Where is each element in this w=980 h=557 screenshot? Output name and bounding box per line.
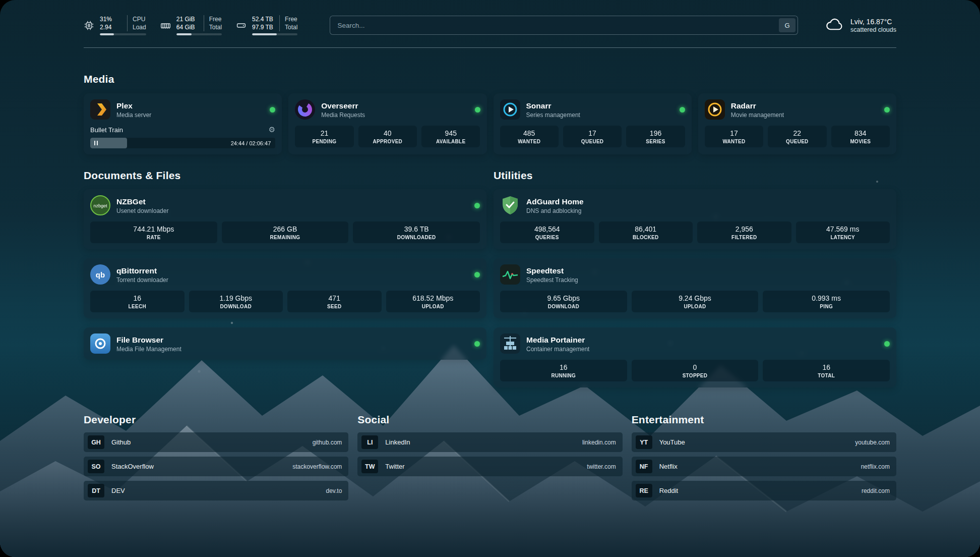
ram-free-label: Free [209,15,222,23]
app-card-radarr[interactable]: Radarr Movie management 17 WANTED 22 QUE… [698,93,896,154]
stat-queries-label: QUERIES [502,235,592,240]
radarr-status-online [884,107,890,113]
adguard-icon [500,195,520,215]
stat-seed-label: SEED [289,304,380,309]
stat-leech-value: 16 [92,294,182,302]
section-entertainment: Entertainment YT YouTube youtube.com NF … [632,414,896,500]
bookmark-abbr: SO [88,460,104,473]
bookmark-reddit[interactable]: RE Reddit reddit.com [632,481,896,500]
stat-downloaded: 39.6 TB DOWNLOADED [353,221,480,243]
bookmark-stackoverflow[interactable]: SO StackOverflow stackoverflow.com [84,457,348,476]
stat-total-label: TOTAL [765,373,888,378]
bookmark-name: Netflix [659,463,678,470]
app-card-overseerr[interactable]: Overseerr Media Requests 21 PENDING 40 A… [288,93,486,154]
qbittorrent-stats: 16 LEECH 1.19 Gbps DOWNLOAD 471 SEED [90,291,480,312]
bookmarks-grid: Developer GH Github github.com SO StackO… [84,414,896,500]
qbittorrent-desc: Torrent downloader [116,276,168,284]
app-card-nzbget[interactable]: nzbget NZBGet Usenet downloader 74 [84,189,486,249]
qbittorrent-titles: qBittorrent Torrent downloader [116,266,168,284]
bookmark-url: twitter.com [587,463,616,470]
section-social: Social LI LinkedIn linkedin.com TW Twitt… [357,414,622,500]
app-card-speedtest[interactable]: Speedtest Speedtest Tracking 9.65 Gbps D… [494,258,896,318]
plex-icon [90,99,110,120]
stat-downloaded-label: DOWNLOADED [355,235,478,240]
cpu-info: 31% 2.94 CPU Load [100,15,146,35]
bookmark-name: YouTube [659,438,685,446]
stat-latency-label: LATENCY [798,235,888,240]
bookmark-github[interactable]: GH Github github.com [84,432,348,452]
bookmark-dev[interactable]: DT DEV dev.to [84,481,348,500]
filebrowser-name: File Browser [116,335,181,345]
bookmark-linkedin[interactable]: LI LinkedIn linkedin.com [357,432,622,452]
stat-movies-value: 834 [833,129,888,137]
bookmark-name: StackOverflow [111,463,154,470]
bookmark-abbr: RE [636,484,652,497]
app-card-qbittorrent[interactable]: qb qBittorrent Torrent downloader [84,258,486,318]
stat-download: 9.65 Gbps DOWNLOAD [500,291,627,312]
app-card-sonarr[interactable]: Sonarr Series management 485 WANTED 17 Q… [494,93,692,154]
radarr-name: Radarr [731,101,784,110]
stat-wanted-value: 485 [502,129,557,137]
stat-upload-label: UPLOAD [634,304,757,309]
stat-leech-label: LEECH [92,304,182,309]
stat-queries-value: 498,564 [502,225,592,233]
app-card-portainer[interactable]: Media Portainer Container management 16 … [494,327,896,387]
plex-now-playing-title: Bullet Train [90,126,123,134]
portainer-status-online [884,341,890,347]
cpu-progress-bar [100,33,146,35]
qbittorrent-icon: qb [90,264,110,285]
nzbget-header: nzbget NZBGet Usenet downloader [90,195,480,215]
stat-stopped-label: STOPPED [634,373,757,378]
bookmark-url: dev.to [326,487,342,494]
bookmark-name: Twitter [385,463,404,470]
overseerr-titles: Overseerr Media Requests [321,101,365,119]
stat-remaining-value: 266 GB [224,225,347,233]
bookmark-youtube[interactable]: YT YouTube youtube.com [632,432,896,452]
stat-available-value: 945 [423,129,478,137]
adguard-desc: DNS and adblocking [526,207,584,214]
search-bar: G [330,16,798,35]
stat-latency: 47.569 ms LATENCY [796,221,890,243]
stat-wanted: 17 WANTED [705,126,763,147]
bookmark-twitter[interactable]: TW Twitter twitter.com [357,457,622,476]
disk-total-label: Total [285,23,297,31]
developer-bookmark-list: GH Github github.com SO StackOverflow st… [84,432,348,500]
search-engine-badge[interactable]: G [779,18,795,32]
disk-widget: 52.4 TB 97.9 TB Free Total [236,15,297,35]
bookmark-netflix[interactable]: NF Netflix netflix.com [632,457,896,476]
overseerr-status-online [475,107,480,113]
overseerr-name: Overseerr [321,101,365,110]
filebrowser-titles: File Browser Media File Management [116,335,181,353]
stat-queued-label: QUEUED [565,139,620,144]
portainer-stats: 16 RUNNING 0 STOPPED 16 TOTAL [500,360,890,381]
playback-progress-bar[interactable]: 24:44 / 02:06:47 [90,138,275,148]
cloud-icon [825,17,844,34]
stat-stopped: 0 STOPPED [632,360,759,381]
filebrowser-status-online [474,341,480,347]
app-card-filebrowser[interactable]: File Browser Media File Management [84,327,486,360]
search-input[interactable] [330,16,798,35]
settings-gear-icon[interactable]: ⚙ [269,125,275,134]
filebrowser-icon [90,333,110,354]
radarr-desc: Movie management [731,112,784,119]
portainer-header: Media Portainer Container management [500,333,890,354]
playback-time: 24:44 / 02:06:47 [231,138,271,148]
nzbget-icon: nzbget [90,195,110,215]
cpu-icon [84,20,94,31]
app-card-plex[interactable]: Plex Media server Bullet Train ⚙ 24:44 /… [84,93,282,154]
developer-section-title: Developer [84,414,348,426]
bookmark-url: reddit.com [862,487,890,494]
ram-total-label: Total [209,23,222,31]
pause-icon[interactable] [94,141,98,145]
stat-pending-value: 21 [297,129,351,137]
cpu-widget: 31% 2.94 CPU Load [84,15,146,35]
ram-info: 21 GiB 64 GiB Free Total [176,15,222,35]
sonarr-name: Sonarr [526,101,580,110]
stat-queued: 22 QUEUED [768,126,826,147]
portainer-desc: Container management [526,346,589,353]
stat-wanted: 485 WANTED [500,126,559,147]
app-card-adguard[interactable]: AdGuard Home DNS and adblocking 498,564 … [494,189,896,249]
plex-titles: Plex Media server [116,101,151,119]
stat-pending: 21 PENDING [295,126,353,147]
stat-download: 1.19 Gbps DOWNLOAD [189,291,283,312]
